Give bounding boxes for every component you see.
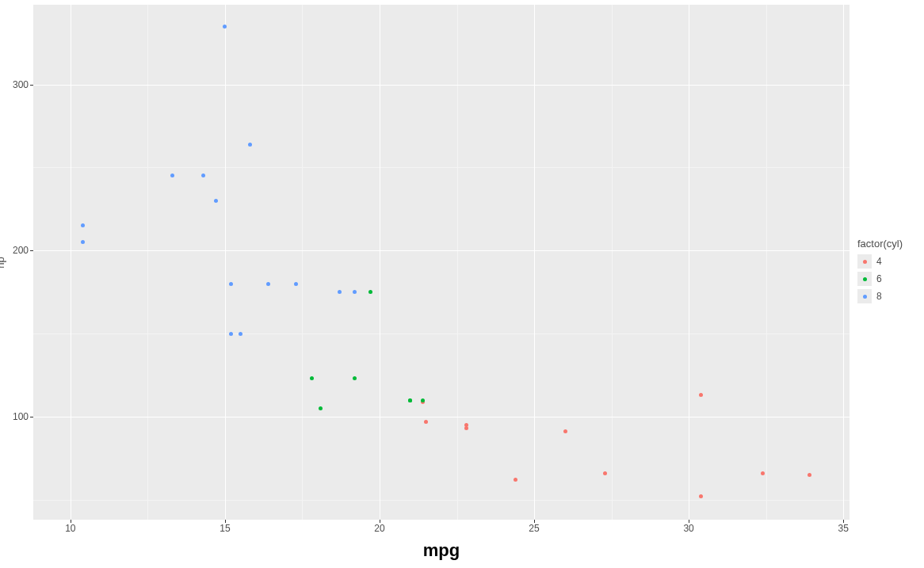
x-tick-label: 35 xyxy=(831,523,855,534)
x-tick-label: 10 xyxy=(59,523,82,534)
x-tick-mark xyxy=(225,520,226,523)
data-point xyxy=(319,406,323,410)
y-tick-label: 300 xyxy=(0,79,29,90)
grid-major-v xyxy=(380,5,380,520)
data-point xyxy=(223,25,227,29)
grid-minor-v xyxy=(302,5,303,520)
legend-dot-icon xyxy=(863,260,867,264)
x-tick-label: 25 xyxy=(522,523,546,534)
x-tick-mark xyxy=(380,520,380,523)
data-point xyxy=(201,173,205,177)
grid-major-v xyxy=(225,5,226,520)
grid-minor-v xyxy=(612,5,613,520)
data-point xyxy=(338,290,342,294)
data-point xyxy=(170,173,174,177)
x-tick-label: 30 xyxy=(677,523,701,534)
legend-item: 4 xyxy=(857,254,903,269)
legend-dot-icon xyxy=(863,295,867,299)
x-tick-label: 15 xyxy=(213,523,237,534)
data-point xyxy=(266,282,270,286)
plot-panel xyxy=(33,5,850,520)
y-tick-mark xyxy=(30,250,33,251)
data-point xyxy=(808,473,811,477)
data-point xyxy=(761,471,765,475)
legend-swatch xyxy=(857,254,872,269)
y-tick-mark xyxy=(30,417,33,417)
grid-major-v xyxy=(843,5,844,520)
grid-minor-v xyxy=(457,5,458,520)
grid-major-h xyxy=(33,250,850,251)
data-point xyxy=(229,332,233,336)
data-point xyxy=(81,223,85,227)
x-tick-mark xyxy=(689,520,689,523)
scatter-chart: hp mpg factor(cyl) 468 10152025303510020… xyxy=(0,0,924,568)
data-point xyxy=(310,376,314,380)
data-point xyxy=(248,143,252,147)
legend-title: factor(cyl) xyxy=(857,238,903,250)
y-tick-label: 200 xyxy=(0,245,29,256)
legend-dot-icon xyxy=(863,277,867,281)
data-point xyxy=(229,282,233,286)
legend-item: 8 xyxy=(857,289,903,303)
data-point xyxy=(408,398,412,402)
data-point xyxy=(464,423,468,427)
data-point xyxy=(603,471,607,475)
data-point xyxy=(563,429,567,433)
grid-major-h xyxy=(33,85,850,86)
legend: factor(cyl) 468 xyxy=(857,238,903,307)
grid-minor-h xyxy=(33,334,850,334)
grid-major-v xyxy=(71,5,71,520)
data-point xyxy=(514,478,517,482)
data-point xyxy=(699,494,703,498)
data-point xyxy=(421,398,425,402)
data-point xyxy=(294,282,298,286)
legend-label: 6 xyxy=(876,273,882,284)
y-tick-mark xyxy=(30,85,33,86)
legend-swatch xyxy=(857,272,872,286)
x-tick-mark xyxy=(843,520,844,523)
grid-minor-v xyxy=(147,5,148,520)
legend-label: 4 xyxy=(876,256,882,267)
data-point xyxy=(214,199,218,203)
x-axis-label: mpg xyxy=(33,540,850,561)
legend-swatch xyxy=(857,289,872,303)
data-point xyxy=(353,376,357,380)
x-tick-label: 20 xyxy=(368,523,391,534)
data-point xyxy=(353,290,357,294)
x-tick-mark xyxy=(71,520,71,523)
data-point xyxy=(81,240,85,244)
data-point xyxy=(239,332,242,336)
legend-label: 8 xyxy=(876,291,882,302)
grid-minor-h xyxy=(33,500,850,501)
y-tick-label: 100 xyxy=(0,411,29,422)
grid-minor-v xyxy=(766,5,767,520)
grid-major-v xyxy=(534,5,535,520)
grid-major-h xyxy=(33,417,850,417)
legend-item: 6 xyxy=(857,272,903,286)
grid-minor-h xyxy=(33,167,850,168)
grid-major-v xyxy=(689,5,689,520)
data-point xyxy=(368,290,372,294)
data-point xyxy=(699,393,703,397)
data-point xyxy=(424,420,428,424)
x-tick-mark xyxy=(534,520,535,523)
